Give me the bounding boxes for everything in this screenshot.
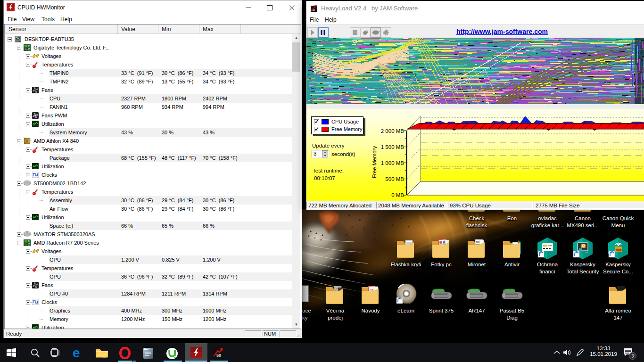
svg-text:IO: IO (25, 243, 26, 245)
svg-text:500 MB: 500 MB (385, 176, 404, 182)
svg-text:0 MB: 0 MB (391, 192, 404, 198)
svg-text:IO: IO (25, 48, 26, 49)
svg-text:<->: <-> (616, 248, 621, 251)
svg-text:1 000 MB: 1 000 MB (381, 160, 405, 166)
svg-text:1 500 MB: 1 500 MB (381, 144, 405, 150)
svg-text:2 000 MB: 2 000 MB (381, 128, 405, 134)
svg-text:Free Memory: Free Memory (372, 146, 377, 179)
svg-text:e: e (73, 346, 80, 360)
svg-text:2: 2 (631, 354, 634, 359)
svg-text:50: 50 (216, 353, 221, 358)
